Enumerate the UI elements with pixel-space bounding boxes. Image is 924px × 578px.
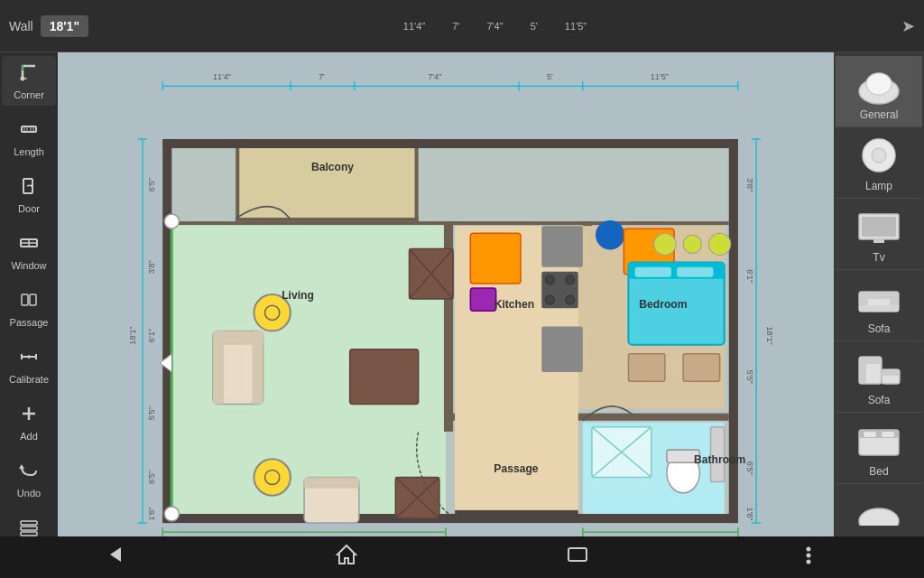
svg-point-182 bbox=[807, 554, 811, 558]
dim-1: 11'4" bbox=[403, 21, 425, 32]
back-button[interactable] bbox=[85, 535, 146, 578]
svg-rect-176 bbox=[882, 432, 894, 437]
dimension-line: 11'4" 7' 7'4" 5' 11'5" bbox=[88, 21, 901, 32]
svg-rect-125 bbox=[541, 326, 583, 372]
furniture-item-bed[interactable]: Bed bbox=[836, 413, 922, 484]
svg-point-183 bbox=[807, 560, 811, 564]
svg-point-122 bbox=[545, 295, 554, 304]
svg-text:6'5": 6'5" bbox=[147, 178, 156, 191]
bottom-nav-bar bbox=[0, 536, 924, 578]
add-label: Add bbox=[20, 431, 38, 442]
home-button[interactable] bbox=[316, 535, 377, 578]
svg-marker-178 bbox=[110, 547, 121, 562]
svg-rect-117 bbox=[628, 354, 664, 381]
furniture-item-sofa1[interactable]: Sofa bbox=[836, 270, 922, 341]
partial-preview bbox=[847, 489, 910, 535]
sidebar-item-length[interactable]: Length bbox=[2, 113, 56, 163]
door-label: Door bbox=[18, 203, 40, 214]
svg-rect-83 bbox=[455, 368, 578, 514]
direction-arrow: ➤ bbox=[901, 16, 915, 36]
length-icon bbox=[18, 118, 40, 144]
sidebar-item-window[interactable]: Window bbox=[2, 227, 56, 276]
svg-text:1'6": 1'6" bbox=[147, 507, 156, 520]
svg-point-120 bbox=[545, 275, 554, 284]
sidebar-item-undo[interactable]: Undo bbox=[2, 454, 56, 504]
corner-icon bbox=[18, 61, 40, 88]
add-icon bbox=[18, 403, 40, 429]
canvas-area[interactable]: 11'4" 7' 7'4" 5' 11'5" 18'1" 18'1" bbox=[58, 52, 834, 536]
dim-4: 5' bbox=[531, 21, 538, 32]
svg-rect-72 bbox=[171, 221, 446, 225]
wall-value: 18'1" bbox=[41, 15, 88, 37]
svg-point-121 bbox=[566, 275, 575, 284]
svg-point-87 bbox=[164, 507, 179, 521]
svg-rect-99 bbox=[304, 477, 359, 488]
window-label: Window bbox=[11, 260, 46, 271]
svg-rect-66 bbox=[162, 139, 738, 148]
general-label: General bbox=[860, 108, 899, 121]
right-sidebar: General Lamp Tv bbox=[834, 52, 924, 536]
svg-rect-62 bbox=[236, 139, 239, 221]
sidebar-item-passage[interactable]: Passage bbox=[2, 284, 56, 333]
passage-label: Passage bbox=[10, 317, 49, 328]
svg-rect-14 bbox=[30, 294, 36, 305]
sidebar-item-levels[interactable]: Levels bbox=[2, 511, 56, 536]
svg-text:3'8": 3'8" bbox=[745, 178, 754, 191]
svg-point-159 bbox=[872, 148, 886, 163]
svg-point-177 bbox=[859, 508, 899, 526]
svg-rect-96 bbox=[213, 331, 263, 345]
svg-text:3'8": 3'8" bbox=[147, 260, 156, 274]
svg-text:Kitchen: Kitchen bbox=[494, 298, 534, 311]
svg-rect-180 bbox=[568, 548, 587, 561]
svg-point-123 bbox=[566, 295, 575, 304]
corner-label: Corner bbox=[14, 89, 44, 100]
svg-text:Bathroom: Bathroom bbox=[694, 453, 745, 466]
furniture-item-lamp[interactable]: Lamp bbox=[836, 127, 922, 199]
left-sidebar: Corner Length bbox=[0, 52, 58, 536]
svg-text:5'5": 5'5" bbox=[745, 370, 754, 384]
svg-point-112 bbox=[709, 233, 731, 255]
furniture-item-partial[interactable] bbox=[836, 484, 922, 536]
more-button[interactable] bbox=[778, 535, 839, 578]
svg-point-110 bbox=[654, 233, 676, 255]
sofa1-preview bbox=[847, 275, 910, 321]
svg-rect-171 bbox=[882, 369, 900, 376]
svg-rect-161 bbox=[862, 217, 896, 237]
svg-text:18'1": 18'1" bbox=[128, 327, 137, 345]
svg-rect-166 bbox=[859, 292, 899, 299]
calibrate-icon bbox=[18, 346, 40, 372]
svg-point-91 bbox=[254, 459, 290, 495]
svg-text:5': 5' bbox=[547, 72, 553, 81]
svg-text:11'4": 11'4" bbox=[213, 72, 231, 81]
window-icon bbox=[18, 232, 40, 258]
svg-text:1'6": 1'6" bbox=[745, 507, 754, 520]
svg-text:7': 7' bbox=[319, 72, 325, 81]
bed-preview bbox=[847, 418, 910, 463]
svg-rect-23 bbox=[21, 532, 37, 536]
sidebar-item-door[interactable]: Door bbox=[2, 170, 56, 219]
sofa2-label: Sofa bbox=[868, 394, 891, 406]
svg-point-9 bbox=[31, 185, 32, 187]
sidebar-item-add[interactable]: Add bbox=[2, 397, 56, 447]
furniture-item-general[interactable]: General bbox=[836, 56, 922, 127]
svg-rect-97 bbox=[350, 350, 419, 405]
svg-rect-64 bbox=[236, 218, 418, 221]
furniture-item-sofa2[interactable]: Sofa bbox=[836, 341, 922, 413]
recents-button[interactable] bbox=[547, 535, 608, 578]
dim-2: 7' bbox=[452, 21, 459, 32]
sidebar-item-calibrate[interactable]: Calibrate bbox=[2, 340, 56, 390]
main-content: Corner Length bbox=[0, 52, 924, 536]
svg-rect-13 bbox=[22, 294, 28, 305]
svg-rect-67 bbox=[162, 514, 738, 523]
svg-text:18'1": 18'1" bbox=[765, 327, 774, 345]
sidebar-item-corner[interactable]: Corner bbox=[2, 56, 56, 106]
svg-point-108 bbox=[596, 220, 624, 249]
undo-icon bbox=[18, 460, 40, 486]
floor-plan-svg[interactable]: 11'4" 7' 7'4" 5' 11'5" 18'1" 18'1" bbox=[71, 66, 820, 536]
svg-text:6'1": 6'1" bbox=[745, 269, 754, 283]
svg-text:6'5": 6'5" bbox=[745, 461, 754, 475]
calibrate-label: Calibrate bbox=[9, 374, 49, 385]
svg-rect-124 bbox=[541, 226, 583, 267]
svg-rect-73 bbox=[444, 221, 590, 225]
furniture-item-tv[interactable]: Tv bbox=[836, 199, 922, 270]
